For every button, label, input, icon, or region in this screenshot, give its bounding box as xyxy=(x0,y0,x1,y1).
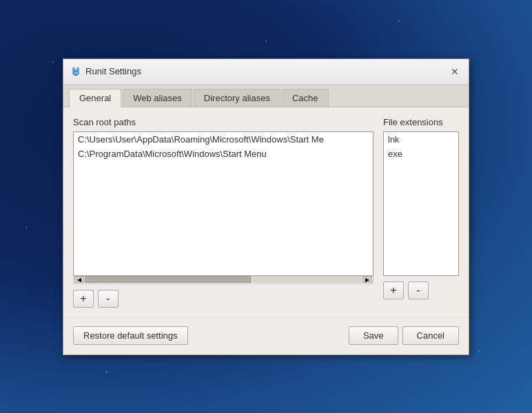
tab-bar: General Web aliases Directory aliases Ca… xyxy=(63,85,469,107)
scan-root-remove-button[interactable]: - xyxy=(98,290,119,308)
close-button[interactable]: ✕ xyxy=(448,65,462,78)
save-button[interactable]: Save xyxy=(349,326,398,345)
scan-root-label: Scan root paths xyxy=(73,117,374,127)
file-ext-list[interactable]: lnk exe xyxy=(383,131,459,276)
svg-point-3 xyxy=(73,67,74,70)
title-bar: Runit Settings ✕ xyxy=(63,59,469,85)
list-item[interactable]: lnk xyxy=(384,132,458,147)
action-buttons: Save Cancel xyxy=(349,326,459,345)
list-item[interactable]: C:\Users\User\AppData\Roaming\Microsoft\… xyxy=(74,132,373,147)
cancel-button[interactable]: Cancel xyxy=(402,326,459,345)
main-content: Scan root paths C:\Users\User\AppData\Ro… xyxy=(63,107,469,317)
scroll-thumb[interactable] xyxy=(85,276,251,283)
scan-root-btn-row: + - xyxy=(73,290,374,308)
svg-point-6 xyxy=(76,72,78,74)
list-item[interactable]: exe xyxy=(384,147,458,161)
title-left: Runit Settings xyxy=(70,66,141,77)
file-ext-remove-button[interactable]: - xyxy=(408,282,429,299)
file-ext-section: File extensions lnk exe + - xyxy=(383,117,459,308)
settings-window: Runit Settings ✕ General Web aliases Dir… xyxy=(63,59,469,355)
scan-root-section: Scan root paths C:\Users\User\AppData\Ro… xyxy=(73,117,374,308)
tab-directory-aliases[interactable]: Directory aliases xyxy=(194,89,280,107)
svg-point-5 xyxy=(74,72,76,74)
list-item[interactable]: C:\ProgramData\Microsoft\Windows\Start M… xyxy=(74,147,373,161)
tab-web-aliases[interactable]: Web aliases xyxy=(123,89,192,107)
restore-defaults-button[interactable]: Restore default settings xyxy=(73,326,188,345)
scroll-track[interactable] xyxy=(85,276,362,283)
svg-point-4 xyxy=(77,67,79,70)
tab-general[interactable]: General xyxy=(69,89,121,107)
window-title: Runit Settings xyxy=(85,66,141,76)
file-ext-btn-row: + - xyxy=(383,282,459,299)
scan-root-list[interactable]: C:\Users\User\AppData\Roaming\Microsoft\… xyxy=(73,131,374,276)
scroll-left-btn[interactable]: ◀ xyxy=(74,276,84,283)
footer: Restore default settings Save Cancel xyxy=(63,317,469,354)
file-ext-label: File extensions xyxy=(383,117,459,127)
two-column-layout: Scan root paths C:\Users\User\AppData\Ro… xyxy=(73,117,459,308)
horizontal-scrollbar[interactable]: ◀ ▶ xyxy=(73,276,374,284)
tab-cache[interactable]: Cache xyxy=(282,89,329,107)
file-ext-add-button[interactable]: + xyxy=(383,282,404,299)
app-icon xyxy=(70,66,81,77)
scan-root-add-button[interactable]: + xyxy=(73,290,94,308)
scroll-right-btn[interactable]: ▶ xyxy=(362,276,372,283)
